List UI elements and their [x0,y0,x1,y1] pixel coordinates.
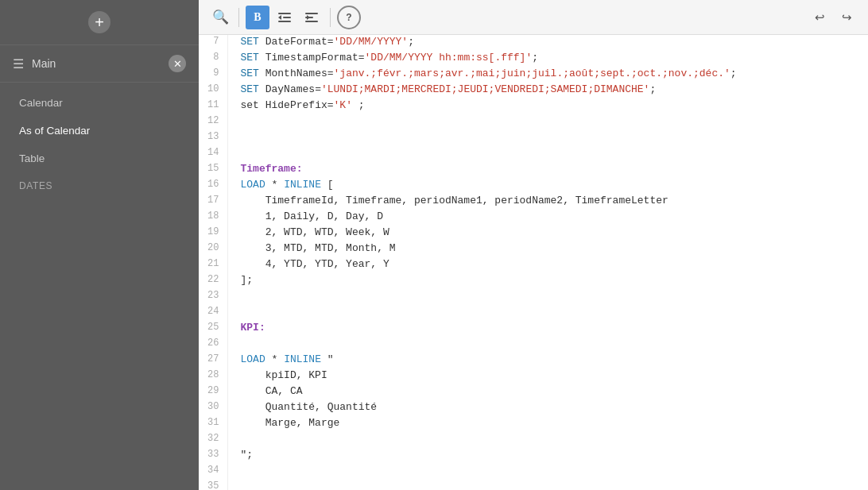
code-line: CA, CA [227,384,868,400]
help-button[interactable]: ? [337,6,361,29]
code-segment: TimestampFormat [265,52,358,64]
line-number: 21 [199,257,227,273]
code-segment: HidePrefix [265,99,327,111]
table-row: 34 [199,464,868,480]
code-segment: * [265,179,284,191]
code-segment: LOAD [241,353,265,365]
table-row: 31 Marge, Marge [199,416,868,432]
table-row: 29 CA, CA [199,384,868,400]
table-row: 22]; [199,273,868,289]
code-segment: SET [241,52,265,64]
line-number: 27 [199,353,227,368]
table-row: 25KPI: [199,321,868,337]
line-number: 17 [199,194,227,210]
code-segment: 'DD/MM/YYYY' [334,36,409,48]
line-number: 7 [199,35,227,51]
code-segment: "; [241,449,254,461]
svg-rect-1 [283,17,291,18]
line-number: 35 [199,480,227,490]
table-row: 27LOAD * INLINE " [199,353,868,368]
table-row: 18 1, Daily, D, Day, D [199,210,868,226]
code-line: SET MonthNames='janv.;févr.;mars;avr.;ma… [227,67,868,83]
code-segment: ]; [241,274,254,286]
code-line: LOAD * INLINE [ [227,178,868,194]
table-row: 16LOAD * INLINE [ [199,178,868,194]
code-segment: Marge, Marge [241,417,340,429]
line-number: 11 [199,98,227,114]
search-button[interactable]: 🔍 [208,6,232,29]
code-line: 1, Daily, D, Day, D [227,210,868,226]
code-segment: 4, YTD, YTD, Year, Y [241,258,389,270]
code-segment: * [265,353,284,365]
close-button[interactable]: ✕ [169,55,186,72]
editor-area[interactable]: 7SET DateFormat='DD/MM/YYYY';8SET Timest… [199,35,868,490]
code-segment: INLINE [284,353,321,365]
line-number: 15 [199,162,227,178]
table-row: 23 [199,289,868,305]
code-segment: DayNames [265,83,315,95]
toolbar-separator-2 [330,8,331,27]
line-number: 30 [199,400,227,416]
table-row: 21 4, YTD, YTD, Year, Y [199,257,868,273]
toolbar: 🔍 B ? ↩ ↪ [199,0,868,35]
code-segment: [ [321,179,334,191]
undo-button[interactable]: ↩ [808,6,831,29]
code-line: 3, MTD, MTD, Month, M [227,241,868,257]
line-number: 31 [199,416,227,432]
code-segment: 'LUNDI;MARDI;MERCREDI;JEUDI;VENDREDI;SAM… [321,83,649,95]
line-number: 28 [199,368,227,384]
code-segment: MonthNames [265,68,327,79]
code-segment: 1, Daily, D, Day, D [241,210,383,222]
sidebar: + ☰ Main ✕ Calendar As of Calendar Table… [0,0,199,490]
code-line [227,114,868,130]
table-row: 7SET DateFormat='DD/MM/YYYY'; [199,35,868,51]
sidebar-main-section: ☰ Main ✕ [0,45,199,83]
code-segment: ; [649,83,656,95]
table-row: 35 [199,480,868,490]
table-row: 33"; [199,448,868,464]
add-button[interactable]: + [88,11,110,33]
indent-right-button[interactable] [300,6,324,29]
code-segment: ; [532,52,538,64]
line-number: 24 [199,305,227,321]
code-segment: = [327,68,334,79]
line-number: 8 [199,51,227,67]
table-row: 8SET TimestampFormat='DD/MM/YYYY hh:mm:s… [199,51,868,67]
sidebar-item-table[interactable]: Table [0,145,199,172]
code-segment: SET [241,36,265,48]
code-line: 4, YTD, YTD, Year, Y [227,257,868,273]
line-number: 10 [199,83,227,98]
code-line: Marge, Marge [227,416,868,432]
code-segment: DateFormat [265,36,327,48]
code-segment: KPI: [241,322,265,334]
code-segment: SET [241,83,265,95]
redo-button[interactable]: ↪ [835,6,858,29]
hamburger-icon: ☰ [13,56,24,71]
code-segment: set [241,99,265,111]
code-line [227,480,868,490]
code-segment: INLINE [284,179,321,191]
line-number: 19 [199,226,227,241]
code-segment: LOAD [241,179,265,191]
sidebar-item-as-of-calendar[interactable]: As of Calendar [0,117,199,145]
code-line: ]; [227,273,868,289]
line-number: 23 [199,289,227,305]
line-number: 26 [199,337,227,353]
bold-button[interactable]: B [246,6,269,29]
indent-left-button[interactable] [273,6,296,29]
code-segment: kpiID, KPI [241,369,327,381]
code-line [227,305,868,321]
code-segment: = [327,36,334,48]
sidebar-item-calendar[interactable]: Calendar [0,89,199,117]
table-row: 17 TimeframeId, Timeframe, periodName1, … [199,194,868,210]
code-line: SET TimestampFormat='DD/MM/YYYY hh:mm:ss… [227,51,868,67]
code-line: set HidePrefix='K' ; [227,98,868,114]
code-line [227,464,868,480]
main-label: Main [32,57,169,70]
table-row: 10SET DayNames='LUNDI;MARDI;MERCREDI;JEU… [199,83,868,98]
svg-rect-4 [305,13,318,14]
svg-rect-0 [278,13,291,14]
table-row: 32 [199,432,868,448]
code-segment: 'DD/MM/YYYY hh:mm:ss[.fff]' [365,52,533,64]
code-line: 2, WTD, WTD, Week, W [227,226,868,241]
